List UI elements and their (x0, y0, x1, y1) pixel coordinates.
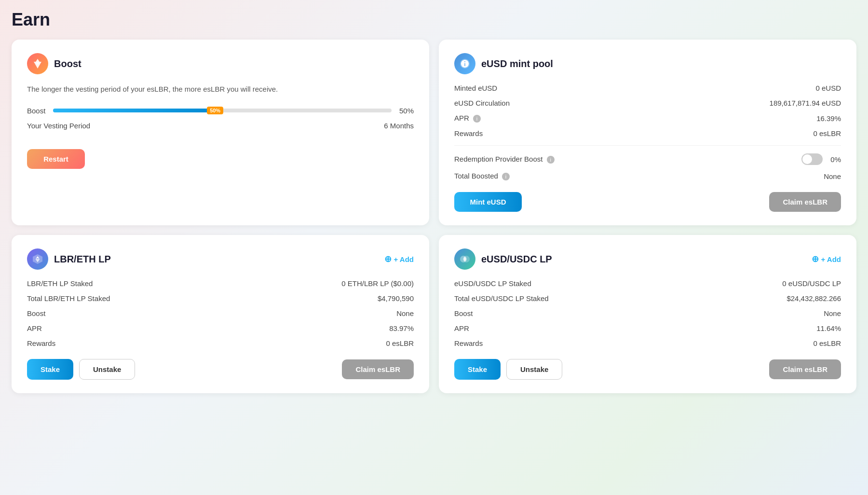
lbr-eth-lp-title: LBR/ETH LP (54, 254, 111, 265)
slider-fill: 50% (53, 109, 222, 112)
page-title: Earn (12, 10, 856, 30)
lbr-apr-value: 83.97% (389, 324, 414, 332)
redemption-info-icon[interactable]: i (547, 156, 555, 164)
total-boosted-info-icon[interactable]: i (502, 173, 510, 180)
minted-eusd-label: Minted eUSD (454, 84, 497, 92)
lbr-stake-button[interactable]: Stake (27, 359, 73, 380)
boost-card-header: Boost (27, 53, 414, 74)
restart-button[interactable]: Restart (27, 149, 85, 169)
lbr-staked-value: 0 ETH/LBR LP ($0.00) (341, 279, 414, 288)
total-lbr-staked-row: Total LBR/ETH LP Staked $4,790,590 (27, 294, 414, 302)
apr-info-icon[interactable]: i (473, 115, 481, 123)
vesting-row: Your Vesting Period 6 Months (27, 122, 414, 130)
redemption-value: 0% (830, 155, 841, 164)
cards-grid: Boost The longer the vesting period of y… (12, 40, 856, 393)
eusd-usdc-boost-row: Boost None (454, 309, 841, 317)
eusd-usdc-rewards-label: Rewards (454, 339, 483, 347)
lbr-staked-row: LBR/ETH LP Staked 0 ETH/LBR LP ($0.00) (27, 279, 414, 288)
eusd-usdc-add-plus-icon: ⊕ (812, 255, 819, 263)
apr-label: APR i (454, 114, 481, 123)
eusd-usdc-rewards-row: Rewards 0 esLBR (454, 339, 841, 347)
eusd-usdc-lp-footer: Stake Unstake Claim esLBR (454, 359, 841, 380)
eusd-usdc-lp-title: eUSD/USDC LP (481, 254, 552, 265)
eusd-usdc-footer-left: Stake Unstake (454, 359, 562, 380)
svg-point-0 (36, 62, 39, 65)
redemption-provider-label: Redemption Provider Boost i (454, 155, 555, 164)
eusd-usdc-apr-row: APR 11.64% (454, 324, 841, 332)
lbr-rewards-label: Rewards (27, 339, 55, 347)
boost-title: Boost (54, 58, 81, 69)
mint-eusd-button[interactable]: Mint eUSD (454, 192, 522, 212)
eusd-mint-pool-header: eUSD mint pool (454, 53, 841, 74)
vesting-value: 6 Months (384, 122, 414, 130)
total-eusd-usdc-staked-label: Total eUSD/USDC LP Staked (454, 294, 549, 302)
eusd-usdc-stake-button[interactable]: Stake (454, 359, 501, 380)
eusd-usdc-staked-label: eUSD/USDC LP Staked (454, 279, 531, 288)
redemption-provider-text: Redemption Provider Boost (454, 155, 542, 163)
eusd-circulation-row: eUSD Circulation 189,617,871.94 eUSD (454, 99, 841, 107)
total-lbr-staked-value: $4,790,590 (378, 294, 414, 302)
eusd-usdc-icon (454, 248, 475, 270)
eusd-usdc-lp-card: eUSD/USDC LP ⊕ + Add eUSD/USDC LP Staked… (439, 235, 856, 393)
eusd-usdc-rewards-value: 0 esLBR (813, 339, 841, 347)
eusd-mint-pool-title: eUSD mint pool (481, 58, 553, 69)
eusd-usdc-boost-label: Boost (454, 309, 473, 317)
total-boosted-row: Total Boosted i None (454, 172, 841, 180)
divider (454, 145, 841, 146)
eusd-circulation-label: eUSD Circulation (454, 99, 510, 107)
total-lbr-staked-label: Total LBR/ETH LP Staked (27, 294, 110, 302)
lbr-eth-lp-footer: Stake Unstake Claim esLBR (27, 359, 414, 380)
total-eusd-usdc-staked-row: Total eUSD/USDC LP Staked $24,432,882.26… (454, 294, 841, 302)
eusd-usdc-claim-eslbr-button[interactable]: Claim esLBR (769, 359, 841, 379)
apr-row: APR i 16.39% (454, 114, 841, 123)
eusd-mint-pool-footer: Mint eUSD Claim esLBR (454, 192, 841, 212)
boost-footer: Restart (27, 149, 414, 169)
lbr-unstake-button[interactable]: Unstake (79, 359, 135, 380)
minted-eusd-value: 0 eUSD (815, 84, 841, 92)
redemption-provider-row: Redemption Provider Boost i 0% (454, 153, 841, 165)
minted-eusd-row: Minted eUSD 0 eUSD (454, 84, 841, 92)
lbr-claim-eslbr-button[interactable]: Claim esLBR (342, 359, 414, 379)
lbr-eth-icon (27, 248, 48, 270)
eusd-usdc-lp-header: eUSD/USDC LP ⊕ + Add (454, 248, 841, 270)
rewards-row: Rewards 0 esLBR (454, 129, 841, 138)
lbr-rewards-value: 0 esLBR (386, 339, 414, 347)
eusd-icon (454, 53, 475, 74)
lbr-apr-label: APR (27, 324, 42, 332)
lbr-staked-label: LBR/ETH LP Staked (27, 279, 93, 288)
add-plus-icon: ⊕ (384, 255, 392, 263)
lbr-eth-add-label: + Add (393, 255, 414, 263)
eusd-circulation-value: 189,617,871.94 eUSD (770, 99, 841, 107)
vesting-label: Your Vesting Period (27, 122, 90, 130)
eusd-usdc-add-link[interactable]: ⊕ + Add (812, 255, 841, 263)
total-eusd-usdc-staked-value: $24,432,882.266 (787, 294, 841, 302)
boost-label: Boost (27, 107, 45, 115)
boost-row: Boost 50% 50% (27, 107, 414, 115)
redemption-toggle[interactable] (801, 153, 823, 165)
eusd-usdc-add-label: + Add (821, 255, 841, 263)
lbr-eth-lp-card: LBR/ETH LP ⊕ + Add LBR/ETH LP Staked 0 E… (12, 235, 429, 393)
lbr-boost-label: Boost (27, 309, 45, 317)
boost-card: Boost The longer the vesting period of y… (12, 40, 429, 225)
lbr-boost-value: None (396, 309, 414, 317)
eusd-usdc-apr-value: 11.64% (816, 324, 841, 332)
apr-value: 16.39% (816, 114, 841, 123)
boost-value: 50% (399, 107, 414, 115)
lbr-eth-lp-header: LBR/ETH LP ⊕ + Add (27, 248, 414, 270)
rewards-label: Rewards (454, 129, 483, 138)
claim-eslbr-button-eusd[interactable]: Claim esLBR (769, 192, 841, 212)
total-boosted-value: None (824, 172, 841, 180)
eusd-usdc-unstake-button[interactable]: Unstake (506, 359, 562, 380)
boost-slider[interactable]: 50% (53, 109, 392, 112)
lbr-footer-left: Stake Unstake (27, 359, 135, 380)
rewards-value: 0 esLBR (813, 129, 841, 138)
total-boosted-label: Total Boosted i (454, 172, 510, 180)
redemption-right: 0% (801, 153, 841, 165)
eusd-mint-pool-card: eUSD mint pool Minted eUSD 0 eUSD eUSD C… (439, 40, 856, 225)
eusd-usdc-staked-value: 0 eUSD/USDC LP (782, 279, 841, 288)
slider-percent-label: 50% (207, 107, 223, 114)
boost-icon (27, 53, 48, 74)
eusd-usdc-boost-value: None (824, 309, 841, 317)
boost-description: The longer the vesting period of your es… (27, 84, 414, 95)
lbr-eth-add-link[interactable]: ⊕ + Add (384, 255, 414, 263)
